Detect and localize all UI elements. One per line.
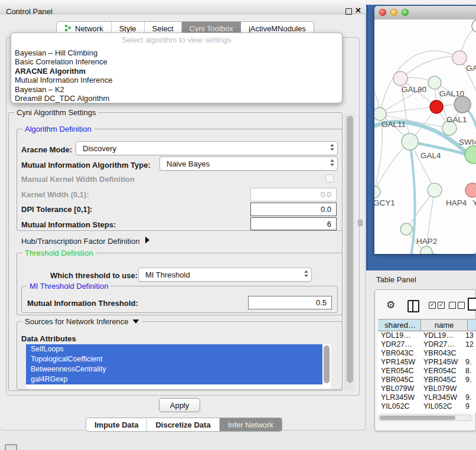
- node[interactable]: [420, 246, 432, 254]
- mi-threshold-group-title: MI Threshold Definition: [27, 282, 110, 291]
- menu-item[interactable]: Bayesian – Hill Climbing: [11, 48, 342, 57]
- column-header-shared-name[interactable]: shared…: [378, 319, 421, 331]
- select-all-icon[interactable]: ✓ ✓: [429, 302, 445, 309]
- cyni-algorithm-settings-title: Cyni Algorithm Settings: [14, 108, 98, 117]
- list-item[interactable]: BetweennessCentrality: [26, 364, 322, 374]
- node-gcy1[interactable]: [374, 186, 380, 198]
- columns-icon[interactable]: [407, 300, 419, 312]
- unchecked-box-icon: [449, 302, 456, 309]
- window-minimize-icon[interactable]: [390, 9, 397, 16]
- sources-group-header[interactable]: Sources for Network Inference: [22, 317, 142, 326]
- node-gal1-red[interactable]: [430, 100, 443, 113]
- checked-box-icon: ✓: [429, 302, 436, 309]
- menu-item[interactable]: Bayesian – K2: [11, 85, 342, 94]
- aracne-mode-value: Discovery: [83, 144, 116, 153]
- dpi-tolerance-label: DPI Tolerance [0,1]:: [21, 205, 92, 214]
- node-label: GAL10: [439, 89, 464, 98]
- table-panel-title: Table Panel: [376, 275, 416, 284]
- float-window-icon[interactable]: [345, 8, 352, 15]
- stepper-icon: [330, 143, 335, 154]
- table-row[interactable]: YLR345W YLR345W 9.: [378, 393, 476, 402]
- node-gal11[interactable]: [374, 107, 386, 120]
- deselect-all-icon[interactable]: [449, 302, 465, 309]
- which-threshold-value: MI Threshold: [145, 270, 190, 279]
- table-row[interactable]: YDR27… YDR27… 12: [378, 340, 476, 349]
- settings-scrollbar-thumb[interactable]: [347, 116, 353, 383]
- control-panel-titlebar[interactable]: [0, 0, 366, 14]
- gear-icon[interactable]: ⚙: [386, 299, 395, 311]
- mi-threshold-field[interactable]: 0.5: [248, 296, 332, 309]
- collapsed-panel-icon[interactable]: [5, 444, 17, 450]
- window-close-icon[interactable]: [379, 9, 386, 16]
- menu-item-highlighted[interactable]: ARACNE Algorithm: [11, 67, 342, 76]
- mi-type-combobox[interactable]: Naive Bayes: [159, 156, 338, 171]
- table-row[interactable]: YDL19… YDL19… 13: [378, 331, 476, 340]
- kernel-width-field[interactable]: 0.0: [250, 188, 337, 201]
- mi-steps-label: Mutual Information Steps:: [21, 220, 116, 229]
- table-row[interactable]: YPR145W YPR145W 9.: [378, 358, 476, 367]
- tab-discretize-data[interactable]: Discretize Data: [147, 418, 219, 431]
- expand-right-icon[interactable]: [145, 236, 150, 246]
- control-panel-title: Control Panel: [6, 7, 53, 16]
- screen: Control Panel ✕ Network Style Select Cyn…: [0, 0, 476, 450]
- which-threshold-combobox[interactable]: MI Threshold: [138, 268, 312, 282]
- mi-steps-field[interactable]: 6: [250, 217, 337, 230]
- column-header-name[interactable]: name: [421, 319, 468, 331]
- node-label: GAL: [466, 64, 476, 73]
- menu-item[interactable]: Basic Correlation Inference: [11, 57, 342, 66]
- collapse-down-icon[interactable]: [132, 317, 139, 326]
- document-icon[interactable]: [468, 298, 476, 311]
- table-body[interactable]: YDL19… YDL19… 13 YDR27… YDR27… 12 YBR043…: [378, 331, 476, 413]
- list-scrollbar-thumb[interactable]: [324, 345, 330, 383]
- column-header-partial[interactable]: [468, 319, 476, 331]
- table-row[interactable]: YER054C YER054C 8.: [378, 367, 476, 376]
- table-row[interactable]: YBR043C YBR043C: [378, 349, 476, 358]
- table-row[interactable]: YBR045C YBR045C 9.: [378, 376, 476, 384]
- threshold-definition-title: Threshold Definition: [22, 249, 96, 257]
- aracne-mode-combobox[interactable]: Discovery: [76, 141, 338, 155]
- node-selected-gray[interactable]: [454, 96, 471, 113]
- dpi-tolerance-field[interactable]: 0.0: [250, 203, 337, 216]
- split-pane-handle[interactable]: [358, 220, 363, 226]
- node-label: GAL1: [446, 115, 467, 124]
- node-gal4[interactable]: [402, 133, 418, 150]
- network-window-titlebar[interactable]: [374, 6, 476, 20]
- node-hap2[interactable]: [400, 223, 412, 235]
- list-item[interactable]: TopologicalCoefficient: [26, 354, 322, 364]
- hub-definition-row[interactable]: Hub/Transcription Factor Definition: [21, 236, 150, 246]
- hub-definition-label: Hub/Transcription Factor Definition: [21, 237, 139, 246]
- close-icon[interactable]: ✕: [355, 6, 361, 15]
- apply-button[interactable]: Apply: [159, 398, 200, 412]
- table-row[interactable]: YIL052C YIL052C 9: [378, 402, 476, 411]
- data-attributes-label: Data Attributes: [21, 334, 76, 343]
- tab-network-label: Network: [75, 24, 103, 33]
- node-gal80[interactable]: [393, 71, 407, 86]
- tab-infer-network[interactable]: Infer Network: [220, 418, 282, 431]
- list-item[interactable]: gal4RGexp: [26, 374, 322, 384]
- menu-item[interactable]: Mutual Information Inference: [11, 76, 342, 84]
- table-hscrollbar-thumb[interactable]: [380, 416, 455, 420]
- sources-group-title: Sources for Network Inference: [25, 317, 129, 326]
- table-header: shared… name: [378, 319, 476, 331]
- mi-threshold-label: Mutual Information Threshold:: [27, 299, 138, 308]
- node[interactable]: [465, 146, 476, 164]
- data-attributes-list[interactable]: SelfLoopsTopologicalCoefficientBetweenne…: [26, 344, 331, 389]
- node-label: GAL4: [420, 151, 441, 160]
- tab-impute-data[interactable]: Impute Data: [86, 418, 147, 431]
- node[interactable]: [452, 51, 467, 65]
- window-zoom-icon[interactable]: [402, 9, 409, 16]
- which-threshold-label: Which threshold to use:: [50, 271, 138, 280]
- table-row[interactable]: YBL079W YBL079W: [378, 384, 476, 393]
- list-item[interactable]: SelfLoops: [26, 344, 322, 354]
- menu-item[interactable]: Dream8 DC_TDC Algorithm: [11, 94, 342, 103]
- algorithm-popup-prompt: Select algorithm to view settings: [11, 35, 342, 44]
- manual-kernel-checkbox[interactable]: [325, 174, 334, 182]
- node-label: HAP4: [446, 198, 467, 207]
- algorithm-popup: Select algorithm to view settings Bayesi…: [11, 32, 343, 103]
- network-canvas[interactable]: GAL GAL80 GAL10 GAL1 GAL11 SWI4 GAL4 GCY…: [374, 19, 476, 254]
- node-hap4[interactable]: [428, 183, 442, 197]
- node-label: GAL80: [402, 85, 426, 94]
- stepper-icon: [304, 269, 309, 281]
- node-gal10[interactable]: [428, 76, 441, 89]
- node[interactable]: [465, 183, 476, 197]
